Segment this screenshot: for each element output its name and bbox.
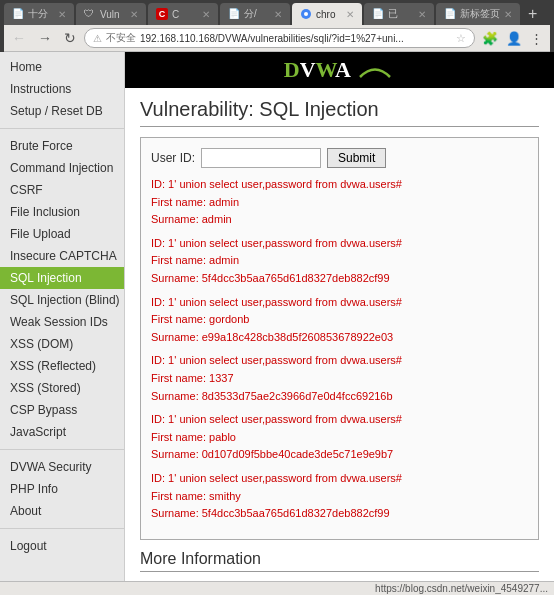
sidebar-item-setup[interactable]: Setup / Reset DB [0, 100, 124, 122]
status-bar: https://blog.csdn.net/weixin_4549277... [0, 581, 554, 595]
tab-5-close[interactable]: ✕ [346, 9, 354, 20]
sidebar-item-javascript[interactable]: JavaScript [0, 421, 124, 443]
result-3: ID: 1' union select user,password from d… [151, 352, 528, 405]
sidebar-item-dvwa-security[interactable]: DVWA Security [0, 456, 124, 478]
result-5: ID: 1' union select user,password from d… [151, 470, 528, 523]
tab-bar: 📄 十分 ✕ 🛡 Vuln ✕ C C ✕ 📄 分/ ✕ chro ✕ 📄 [4, 3, 550, 25]
sidebar-section-main: Home Instructions Setup / Reset DB [0, 52, 124, 126]
sidebar-section-config: DVWA Security PHP Info About [0, 452, 124, 526]
more-info-title: More Information [140, 550, 539, 572]
sidebar-item-file-upload[interactable]: File Upload [0, 223, 124, 245]
reload-button[interactable]: ↻ [60, 29, 80, 47]
user-id-label: User ID: [151, 151, 195, 165]
result-1: ID: 1' union select user,password from d… [151, 235, 528, 288]
tab-6-close[interactable]: ✕ [418, 9, 426, 20]
sidebar-item-file-inclusion[interactable]: File Inclusion [0, 201, 124, 223]
result-2: ID: 1' union select user,password from d… [151, 294, 528, 347]
menu-button[interactable]: ⋮ [527, 29, 546, 48]
tab-1-favicon: 📄 [12, 8, 24, 20]
new-tab-button[interactable]: + [522, 5, 543, 23]
sidebar-item-xss-stored[interactable]: XSS (Stored) [0, 377, 124, 399]
nav-bar: ← → ↻ ⚠ 不安全 192.168.110.168/DVWA/vulnera… [4, 25, 550, 52]
back-button[interactable]: ← [8, 29, 30, 47]
profile-button[interactable]: 👤 [503, 29, 525, 48]
result-3-firstname: First name: 1337 [151, 370, 528, 388]
sidebar-item-csp-bypass[interactable]: CSP Bypass [0, 399, 124, 421]
bookmark-icon[interactable]: ☆ [456, 32, 466, 45]
sidebar-item-sql-injection-blind[interactable]: SQL Injection (Blind) [0, 289, 124, 311]
form-row: User ID: Submit [151, 148, 528, 168]
nav-icons: 🧩 👤 ⋮ [479, 29, 546, 48]
result-0: ID: 1' union select user,password from d… [151, 176, 528, 229]
result-2-surname: Surname: e99a18c428cb38d5f260853678922e0… [151, 329, 528, 347]
sidebar-item-csrf[interactable]: CSRF [0, 179, 124, 201]
sidebar-item-xss-dom[interactable]: XSS (DOM) [0, 333, 124, 355]
result-2-id: ID: 1' union select user,password from d… [151, 294, 528, 312]
sidebar-item-php-info[interactable]: PHP Info [0, 478, 124, 500]
tab-7-favicon: 📄 [444, 8, 456, 20]
insecure-icon: ⚠ [93, 33, 102, 44]
dvwa-logo: DVWA [130, 57, 549, 83]
sidebar-item-home[interactable]: Home [0, 56, 124, 78]
tab-6-favicon: 📄 [372, 8, 384, 20]
result-2-firstname: First name: gordonb [151, 311, 528, 329]
sidebar: Home Instructions Setup / Reset DB Brute… [0, 52, 125, 581]
sidebar-item-sql-injection[interactable]: SQL Injection [0, 267, 124, 289]
tab-6[interactable]: 📄 已 ✕ [364, 3, 434, 25]
tab-6-label: 已 [388, 7, 398, 21]
sidebar-item-instructions[interactable]: Instructions [0, 78, 124, 100]
tab-4[interactable]: 📄 分/ ✕ [220, 3, 290, 25]
url-text: 192.168.110.168/DVWA/vulnerabilities/sql… [140, 33, 452, 44]
tab-4-label: 分/ [244, 7, 257, 21]
result-5-surname: Surname: 5f4dcc3b5aa765d61d8327deb882cf9… [151, 505, 528, 523]
user-id-input[interactable] [201, 148, 321, 168]
tab-1-close[interactable]: ✕ [58, 9, 66, 20]
result-5-id: ID: 1' union select user,password from d… [151, 470, 528, 488]
tab-5-label: chro [316, 9, 335, 20]
sidebar-item-about[interactable]: About [0, 500, 124, 522]
submit-button[interactable]: Submit [327, 148, 386, 168]
sidebar-divider-1 [0, 128, 124, 129]
result-0-surname: Surname: admin [151, 211, 528, 229]
tab-5-favicon [300, 8, 312, 20]
result-4-firstname: First name: pablo [151, 429, 528, 447]
sidebar-item-logout[interactable]: Logout [0, 535, 124, 557]
results-container: ID: 1' union select user,password from d… [151, 176, 528, 523]
result-4: ID: 1' union select user,password from d… [151, 411, 528, 464]
address-bar[interactable]: ⚠ 不安全 192.168.110.168/DVWA/vulnerabiliti… [84, 28, 475, 48]
injection-form: User ID: Submit ID: 1' union select user… [140, 137, 539, 540]
tab-1[interactable]: 📄 十分 ✕ [4, 3, 74, 25]
dvwa-logo-text: D [284, 57, 300, 82]
sidebar-section-logout: Logout [0, 531, 124, 561]
tab-2-favicon: 🛡 [84, 8, 96, 20]
sidebar-item-brute-force[interactable]: Brute Force [0, 135, 124, 157]
result-0-firstname: First name: admin [151, 194, 528, 212]
tab-5[interactable]: chro ✕ [292, 3, 362, 25]
tab-3[interactable]: C C ✕ [148, 3, 218, 25]
sidebar-item-insecure-captcha[interactable]: Insecure CAPTCHA [0, 245, 124, 267]
insecure-label: 不安全 [106, 31, 136, 45]
sidebar-item-weak-session[interactable]: Weak Session IDs [0, 311, 124, 333]
status-text: https://blog.csdn.net/weixin_4549277... [375, 583, 548, 594]
tab-4-close[interactable]: ✕ [274, 9, 282, 20]
tab-3-close[interactable]: ✕ [202, 9, 210, 20]
sidebar-section-vulns: Brute Force Command Injection CSRF File … [0, 131, 124, 447]
result-1-surname: Surname: 5f4dcc3b5aa765d61d8327deb882cf9… [151, 270, 528, 288]
page: Home Instructions Setup / Reset DB Brute… [0, 52, 554, 581]
tab-2[interactable]: 🛡 Vuln ✕ [76, 3, 146, 25]
forward-button[interactable]: → [34, 29, 56, 47]
tab-7-close[interactable]: ✕ [504, 9, 512, 20]
result-3-surname: Surname: 8d3533d75ae2c3966d7e0d4fcc69216… [151, 388, 528, 406]
dvwa-logo-v: V [300, 57, 316, 82]
extensions-button[interactable]: 🧩 [479, 29, 501, 48]
result-4-surname: Surname: 0d107d09f5bbe40cade3de5c71e9e9b… [151, 446, 528, 464]
tab-7[interactable]: 📄 新标签页 ✕ [436, 3, 520, 25]
tab-4-favicon: 📄 [228, 8, 240, 20]
sidebar-item-xss-reflected[interactable]: XSS (Reflected) [0, 355, 124, 377]
tab-2-close[interactable]: ✕ [130, 9, 138, 20]
tab-3-label: C [172, 9, 179, 20]
tab-1-label: 十分 [28, 7, 48, 21]
result-3-id: ID: 1' union select user,password from d… [151, 352, 528, 370]
tab-3-favicon: C [156, 8, 168, 20]
sidebar-item-command-injection[interactable]: Command Injection [0, 157, 124, 179]
